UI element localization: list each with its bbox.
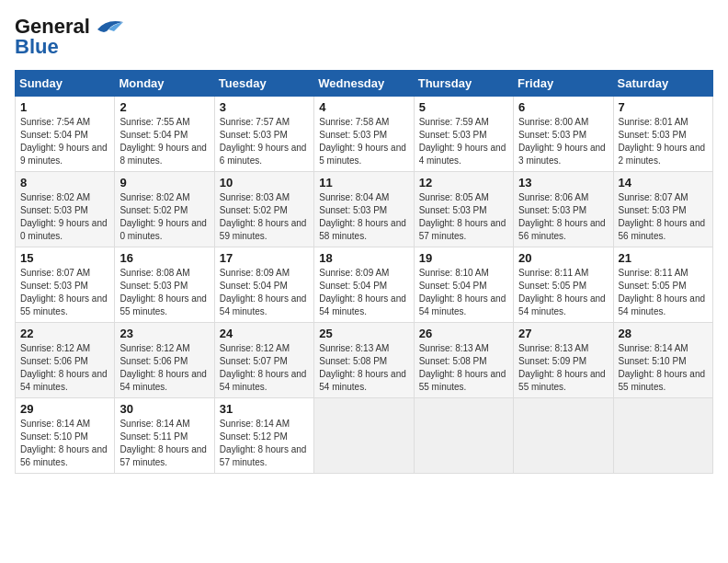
day-number: 31: [220, 402, 309, 416]
day-info: Sunrise: 8:10 AMSunset: 5:04 PMDaylight:…: [419, 268, 506, 316]
calendar-day-cell: 17 Sunrise: 8:09 AMSunset: 5:04 PMDaylig…: [214, 247, 313, 323]
day-info: Sunrise: 8:07 AMSunset: 5:03 PMDaylight:…: [619, 192, 706, 241]
day-number: 16: [119, 251, 209, 265]
calendar-day-cell: [414, 398, 513, 474]
day-info: Sunrise: 8:02 AMSunset: 5:02 PMDaylight:…: [119, 192, 207, 241]
day-number: 9: [119, 176, 209, 190]
calendar-day-cell: 19 Sunrise: 8:10 AMSunset: 5:04 PMDaylig…: [414, 247, 513, 323]
calendar-day-cell: 13 Sunrise: 8:06 AMSunset: 5:03 PMDaylig…: [514, 172, 613, 247]
day-number: 10: [220, 176, 309, 190]
day-info: Sunrise: 7:59 AMSunset: 5:03 PMDaylight:…: [419, 117, 506, 166]
day-info: Sunrise: 8:14 AMSunset: 5:10 PMDaylight:…: [619, 343, 706, 392]
calendar-day-cell: 7 Sunrise: 8:01 AMSunset: 5:03 PMDayligh…: [613, 97, 712, 172]
day-info: Sunrise: 8:13 AMSunset: 5:09 PMDaylight:…: [518, 343, 606, 392]
calendar-day-cell: 1 Sunrise: 7:54 AMSunset: 5:04 PMDayligh…: [16, 97, 115, 172]
day-info: Sunrise: 8:12 AMSunset: 5:06 PMDaylight:…: [20, 343, 108, 392]
day-number: 30: [119, 402, 209, 416]
weekday-header-friday: Friday: [514, 71, 613, 97]
calendar-body: 1 Sunrise: 7:54 AMSunset: 5:04 PMDayligh…: [16, 97, 713, 474]
day-number: 17: [220, 251, 309, 265]
calendar-day-cell: 11 Sunrise: 8:04 AMSunset: 5:03 PMDaylig…: [314, 172, 414, 247]
calendar-day-cell: 26 Sunrise: 8:13 AMSunset: 5:08 PMDaylig…: [414, 323, 513, 398]
calendar-day-cell: 8 Sunrise: 8:02 AMSunset: 5:03 PMDayligh…: [16, 172, 115, 247]
calendar-day-cell: 20 Sunrise: 8:11 AMSunset: 5:05 PMDaylig…: [514, 247, 613, 323]
day-info: Sunrise: 8:11 AMSunset: 5:05 PMDaylight:…: [619, 268, 706, 316]
logo-bird-icon: [90, 17, 123, 37]
day-info: Sunrise: 8:14 AMSunset: 5:10 PMDaylight:…: [20, 419, 108, 467]
calendar-day-cell: [613, 398, 712, 474]
day-number: 8: [20, 176, 109, 190]
day-info: Sunrise: 8:02 AMSunset: 5:03 PMDaylight:…: [20, 192, 108, 241]
calendar-day-cell: 12 Sunrise: 8:05 AMSunset: 5:03 PMDaylig…: [414, 172, 513, 247]
calendar-day-cell: 24 Sunrise: 8:12 AMSunset: 5:07 PMDaylig…: [214, 323, 313, 398]
day-number: 18: [319, 251, 408, 265]
day-info: Sunrise: 7:54 AMSunset: 5:04 PMDaylight:…: [20, 117, 108, 166]
weekday-header-monday: Monday: [115, 71, 214, 97]
day-info: Sunrise: 8:11 AMSunset: 5:05 PMDaylight:…: [518, 268, 606, 316]
calendar-day-cell: 3 Sunrise: 7:57 AMSunset: 5:03 PMDayligh…: [214, 97, 313, 172]
calendar-day-cell: 25 Sunrise: 8:13 AMSunset: 5:08 PMDaylig…: [314, 323, 414, 398]
day-info: Sunrise: 8:00 AMSunset: 5:03 PMDaylight:…: [518, 117, 606, 166]
page-header: General Blue: [15, 15, 713, 59]
day-info: Sunrise: 7:58 AMSunset: 5:03 PMDaylight:…: [319, 117, 406, 166]
weekday-header-thursday: Thursday: [414, 71, 513, 97]
day-number: 21: [619, 251, 708, 265]
day-info: Sunrise: 8:14 AMSunset: 5:11 PMDaylight:…: [119, 419, 207, 467]
logo: General Blue: [15, 15, 123, 59]
day-number: 3: [220, 100, 309, 114]
day-number: 7: [619, 100, 708, 114]
day-info: Sunrise: 8:06 AMSunset: 5:03 PMDaylight:…: [518, 192, 606, 241]
day-number: 5: [419, 100, 508, 114]
day-number: 6: [518, 100, 608, 114]
day-number: 28: [619, 327, 708, 340]
day-number: 20: [518, 251, 608, 265]
day-number: 29: [20, 402, 109, 416]
day-info: Sunrise: 8:07 AMSunset: 5:03 PMDaylight:…: [20, 268, 108, 316]
logo-blue: Blue: [15, 35, 59, 59]
weekday-header-sunday: Sunday: [16, 71, 115, 97]
day-info: Sunrise: 7:55 AMSunset: 5:04 PMDaylight:…: [119, 117, 207, 166]
calendar-day-cell: 14 Sunrise: 8:07 AMSunset: 5:03 PMDaylig…: [613, 172, 712, 247]
calendar-day-cell: 5 Sunrise: 7:59 AMSunset: 5:03 PMDayligh…: [414, 97, 513, 172]
calendar-day-cell: [314, 398, 414, 474]
calendar-day-cell: 28 Sunrise: 8:14 AMSunset: 5:10 PMDaylig…: [613, 323, 712, 398]
calendar-day-cell: 21 Sunrise: 8:11 AMSunset: 5:05 PMDaylig…: [613, 247, 712, 323]
day-number: 15: [20, 251, 109, 265]
day-info: Sunrise: 8:12 AMSunset: 5:06 PMDaylight:…: [119, 343, 207, 392]
calendar-week-row: 29 Sunrise: 8:14 AMSunset: 5:10 PMDaylig…: [16, 398, 713, 474]
calendar-day-cell: 22 Sunrise: 8:12 AMSunset: 5:06 PMDaylig…: [16, 323, 115, 398]
calendar-table: SundayMondayTuesdayWednesdayThursdayFrid…: [15, 70, 713, 474]
calendar-day-cell: 6 Sunrise: 8:00 AMSunset: 5:03 PMDayligh…: [514, 97, 613, 172]
day-info: Sunrise: 8:13 AMSunset: 5:08 PMDaylight:…: [319, 343, 406, 392]
weekday-header-row: SundayMondayTuesdayWednesdayThursdayFrid…: [16, 71, 713, 97]
day-info: Sunrise: 8:04 AMSunset: 5:03 PMDaylight:…: [319, 192, 406, 241]
calendar-day-cell: 31 Sunrise: 8:14 AMSunset: 5:12 PMDaylig…: [214, 398, 313, 474]
calendar-day-cell: 10 Sunrise: 8:03 AMSunset: 5:02 PMDaylig…: [214, 172, 313, 247]
calendar-week-row: 22 Sunrise: 8:12 AMSunset: 5:06 PMDaylig…: [16, 323, 713, 398]
day-info: Sunrise: 7:57 AMSunset: 5:03 PMDaylight:…: [220, 117, 307, 166]
calendar-day-cell: 29 Sunrise: 8:14 AMSunset: 5:10 PMDaylig…: [16, 398, 115, 474]
day-number: 22: [20, 327, 109, 340]
weekday-header-wednesday: Wednesday: [314, 71, 414, 97]
day-number: 23: [119, 327, 209, 340]
day-info: Sunrise: 8:13 AMSunset: 5:08 PMDaylight:…: [419, 343, 506, 392]
calendar-day-cell: 9 Sunrise: 8:02 AMSunset: 5:02 PMDayligh…: [115, 172, 214, 247]
day-info: Sunrise: 8:05 AMSunset: 5:03 PMDaylight:…: [419, 192, 506, 241]
day-number: 11: [319, 176, 408, 190]
calendar-day-cell: [514, 398, 613, 474]
calendar-day-cell: 15 Sunrise: 8:07 AMSunset: 5:03 PMDaylig…: [16, 247, 115, 323]
day-number: 26: [419, 327, 508, 340]
day-number: 14: [619, 176, 708, 190]
calendar-week-row: 1 Sunrise: 7:54 AMSunset: 5:04 PMDayligh…: [16, 97, 713, 172]
weekday-header-saturday: Saturday: [613, 71, 712, 97]
day-number: 12: [419, 176, 508, 190]
day-number: 4: [319, 100, 408, 114]
day-number: 19: [419, 251, 508, 265]
day-number: 27: [518, 327, 608, 340]
calendar-day-cell: 27 Sunrise: 8:13 AMSunset: 5:09 PMDaylig…: [514, 323, 613, 398]
day-number: 25: [319, 327, 408, 340]
calendar-day-cell: 23 Sunrise: 8:12 AMSunset: 5:06 PMDaylig…: [115, 323, 214, 398]
calendar-day-cell: 4 Sunrise: 7:58 AMSunset: 5:03 PMDayligh…: [314, 97, 414, 172]
day-info: Sunrise: 8:03 AMSunset: 5:02 PMDaylight:…: [220, 192, 307, 241]
day-number: 24: [220, 327, 309, 340]
